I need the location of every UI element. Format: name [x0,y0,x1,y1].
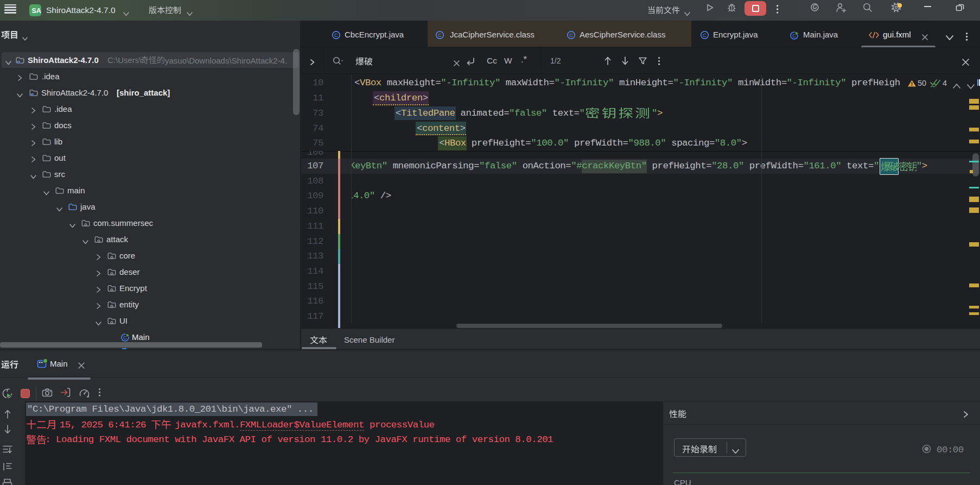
svg-text:C: C [438,32,442,38]
svg-text:C: C [703,32,707,38]
svg-text:C: C [334,32,338,38]
svg-text:C: C [569,32,573,38]
